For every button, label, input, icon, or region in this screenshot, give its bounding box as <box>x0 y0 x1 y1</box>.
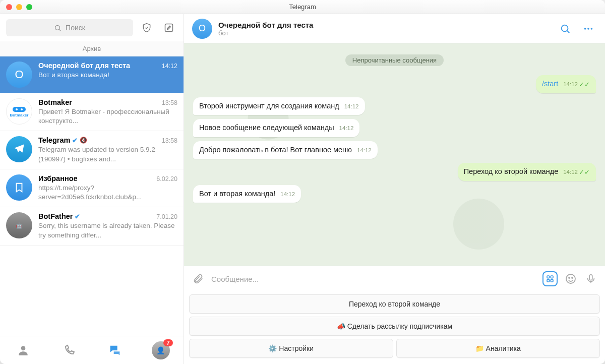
window-title: Telegram <box>289 3 316 11</box>
message-text: Добро пожаловать в бота! Вот главное мен… <box>199 145 352 155</box>
message-in[interactable]: Вот и вторая команда! 14:12 <box>193 185 301 203</box>
chat-item-text: Botmaker 13:58 Привет! Я Botmaker - проф… <box>38 98 177 126</box>
chat-item[interactable]: Telegram ✔︎ 🔇 13:58 Telegram was updated… <box>0 131 184 169</box>
message-in[interactable]: Новое сообщение следующей команды 14:12 <box>193 119 359 137</box>
chat-item[interactable]: О Очередной бот для теста 14:12 Вот и вт… <box>0 56 184 93</box>
chat-item-text: BotFather ✔︎ 7.01.20 Sorry, this usernam… <box>38 212 177 239</box>
chat-bubbles-icon <box>108 343 122 357</box>
tab-chats[interactable] <box>106 341 124 359</box>
chat-preview: Привет! Я Botmaker - профессиональный ко… <box>38 107 177 126</box>
chat-preview: Вот и вторая команда! <box>38 71 177 80</box>
message-text: /start <box>542 79 558 89</box>
compose-button[interactable] <box>160 19 177 36</box>
smile-icon <box>565 273 577 285</box>
tab-bar: 👤 7 <box>0 336 184 364</box>
titlebar: Telegram <box>0 0 605 14</box>
svg-point-6 <box>21 346 25 350</box>
search-placeholder: Поиск <box>66 24 85 32</box>
input-area: Сообщение... Переход ко второй команде <box>184 266 605 364</box>
svg-rect-19 <box>589 275 592 280</box>
message-out[interactable]: Переход ко второй команде 14:12 ✓✓ <box>458 163 596 181</box>
message-in[interactable]: Добро пожаловать в бота! Вот главное мен… <box>193 141 378 159</box>
message-time: 14:12 ✓✓ <box>563 168 590 177</box>
emoji-button[interactable] <box>564 272 578 286</box>
chat-header: О Очередной бот для теста бот <box>184 14 605 43</box>
header-chat-name: Очередной бот для теста <box>218 21 551 29</box>
tab-calls[interactable] <box>60 341 78 359</box>
read-ticks-icon: ✓✓ <box>579 168 590 177</box>
app-window: Telegram Поиск Архив О <box>0 0 605 364</box>
chat-name: Botmaker <box>38 98 72 106</box>
tab-settings[interactable]: 👤 7 <box>152 341 170 359</box>
read-ticks-icon: ✓✓ <box>579 80 590 89</box>
svg-point-16 <box>566 274 575 283</box>
chat-name: Telegram ✔︎ 🔇 <box>38 136 87 144</box>
compose-row: Сообщение... <box>184 266 605 291</box>
voice-button[interactable] <box>584 272 598 286</box>
tab-contacts[interactable] <box>14 341 32 359</box>
more-icon <box>583 23 594 34</box>
phone-icon <box>63 344 75 356</box>
avatar <box>6 136 32 162</box>
message-text: Новое сообщение следующей команды <box>199 123 334 133</box>
attach-button[interactable] <box>191 272 205 286</box>
message-time: 14:12 ✓✓ <box>563 80 590 89</box>
bot-commands-button[interactable] <box>542 271 558 286</box>
keyboard-button[interactable]: 📣 Сделать рассылку подписчикам <box>189 317 600 336</box>
svg-line-8 <box>567 31 569 33</box>
verified-icon: ✔︎ <box>72 137 78 144</box>
minimize-window-button[interactable] <box>16 4 22 10</box>
header-info[interactable]: Очередной бот для теста бот <box>218 21 551 37</box>
search-input[interactable]: Поиск <box>6 19 133 36</box>
header-search-button[interactable] <box>557 20 574 37</box>
header-more-button[interactable] <box>580 20 597 37</box>
svg-rect-2 <box>165 24 173 32</box>
svg-point-18 <box>572 277 573 278</box>
keyboard-button[interactable]: 📁 Аналитика <box>396 339 600 358</box>
bot-keyboard: Переход ко второй команде 📣 Сделать расс… <box>184 291 605 364</box>
paperclip-icon <box>193 273 204 284</box>
header-avatar[interactable]: О <box>192 19 212 39</box>
search-row: Поиск <box>0 14 184 41</box>
message-in[interactable]: Второй инструмент для создания команд 14… <box>193 97 365 115</box>
microphone-icon <box>585 273 596 284</box>
proxy-shield-button[interactable] <box>138 19 155 36</box>
keyboard-button[interactable]: ⚙️ Настройки <box>189 339 393 358</box>
chat-name: BotFather ✔︎ <box>38 212 80 220</box>
message-text: Вот и вторая команда! <box>199 189 275 199</box>
svg-point-4 <box>16 108 18 110</box>
telegram-plane-icon <box>13 143 26 156</box>
avatar: О <box>6 62 32 88</box>
chat-time: 13:58 <box>162 137 177 144</box>
avatar: 🤖 <box>6 212 32 238</box>
chat-item[interactable]: Botmaker Botmaker 13:58 Привет! Я Botmak… <box>0 93 184 131</box>
chat-item[interactable]: 🤖 BotFather ✔︎ 7.01.20 Sorry, this usern… <box>0 207 184 245</box>
person-icon <box>17 344 30 357</box>
chat-preview: Sorry, this username is already taken. P… <box>38 221 177 239</box>
message-time: 14:12 <box>344 103 359 111</box>
message-time: 14:12 <box>357 147 372 155</box>
maximize-window-button[interactable] <box>26 4 32 10</box>
app-body: Поиск Архив О Очередной бот для теста <box>0 14 605 364</box>
keyboard-button[interactable]: Переход ко второй команде <box>189 294 600 314</box>
message-input[interactable]: Сообщение... <box>211 275 536 283</box>
close-window-button[interactable] <box>6 4 12 10</box>
svg-point-9 <box>584 28 586 30</box>
notification-badge: 7 <box>163 339 172 346</box>
chat-item[interactable]: Избранное 6.02.20 https://t.me/proxy?ser… <box>0 169 184 207</box>
grid-icon <box>546 275 554 283</box>
window-controls <box>6 4 32 10</box>
svg-rect-13 <box>551 276 553 278</box>
message-out[interactable]: /start 14:12 ✓✓ <box>536 75 596 93</box>
bookmark-icon <box>14 182 25 193</box>
pencil-square-icon <box>164 23 174 33</box>
svg-point-17 <box>569 277 570 278</box>
archive-folder[interactable]: Архив <box>0 41 184 56</box>
message-list[interactable]: Непрочитанные сообщения /start 14:12 ✓✓ … <box>184 43 605 266</box>
svg-point-11 <box>591 28 593 30</box>
chat-name: Избранное <box>38 174 78 183</box>
message-text: Переход ко второй команде <box>464 167 559 177</box>
chat-item-text: Очередной бот для теста 14:12 Вот и втор… <box>38 62 177 88</box>
chat-preview: Telegram was updated to version 5.9.2 (1… <box>38 145 177 163</box>
verified-icon: ✔︎ <box>75 213 80 220</box>
